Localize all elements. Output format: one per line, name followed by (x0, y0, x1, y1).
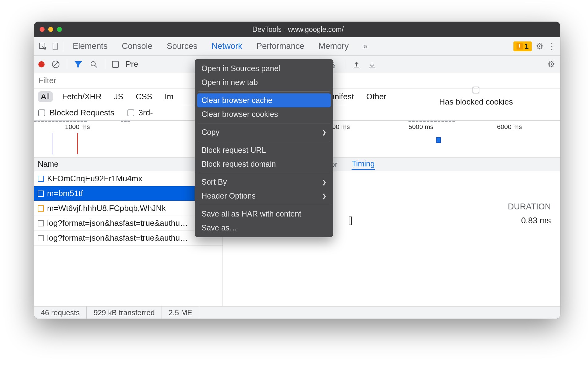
queueing-bar (349, 217, 352, 225)
request-row[interactable]: m=Wt6vjf,hhhU8,FCpbqb,WhJNk (34, 201, 223, 216)
has-blocked-cookies-label: Has blocked cookies (439, 97, 513, 107)
filter-icon[interactable] (74, 60, 83, 69)
menu-block-domain[interactable]: Block request domain (197, 157, 331, 171)
tab-console[interactable]: Console (116, 37, 158, 56)
warning-icon: ! (517, 43, 523, 49)
separator (64, 41, 64, 51)
menu-save-as[interactable]: Save as… (197, 221, 331, 235)
timeline-label: 6000 ms (497, 123, 522, 131)
tab-network[interactable]: Network (206, 37, 248, 56)
submenu-arrow-icon: ❯ (322, 129, 326, 136)
file-icon (38, 191, 44, 197)
timeline-label: 5000 ms (409, 123, 434, 131)
tab-timing[interactable]: Timing (352, 159, 374, 170)
tab-performance[interactable]: Performance (251, 37, 310, 56)
main-tab-bar: Elements Console Sources Network Perform… (34, 37, 560, 56)
menu-copy[interactable]: Copy❯ (197, 125, 331, 139)
request-row[interactable]: log?format=json&hasfast=true&authu… (34, 216, 223, 231)
timeline-label: 1000 ms (65, 123, 90, 131)
titlebar: DevTools - www.google.com/ (34, 22, 560, 37)
export-har-icon[interactable] (368, 60, 376, 69)
clear-icon[interactable] (51, 60, 60, 69)
preserve-log-checkbox[interactable] (112, 61, 119, 68)
tab-memory[interactable]: Memory (313, 37, 354, 56)
chip-js[interactable]: JS (111, 91, 126, 102)
file-icon (38, 205, 44, 212)
chip-fetch[interactable]: Fetch/XHR (59, 91, 105, 102)
queueing-value: 0.83 ms (521, 216, 551, 225)
third-party-checkbox[interactable] (128, 110, 134, 116)
status-size: 2.5 ME (162, 307, 199, 319)
preserve-log-label: Pre (126, 59, 138, 69)
timeline-marker (436, 137, 441, 143)
request-row[interactable]: log?format=json&hasfast=true&authu… (34, 231, 223, 246)
context-menu: Open in Sources panel Open in new tab Cl… (195, 59, 333, 237)
duration-header: DURATION (508, 202, 551, 212)
menu-clear-cache[interactable]: Clear browser cache (197, 93, 331, 107)
import-har-icon[interactable] (352, 60, 361, 69)
status-requests: 46 requests (34, 307, 87, 319)
svg-rect-1 (53, 43, 57, 50)
third-party-label: 3rd- (139, 108, 153, 118)
device-toggle-icon[interactable] (51, 41, 61, 51)
blocked-requests-checkbox[interactable] (38, 110, 45, 116)
menu-header-options[interactable]: Header Options❯ (197, 189, 331, 203)
more-tabs-button[interactable]: » (357, 37, 373, 56)
menu-block-url[interactable]: Block request URL (197, 143, 331, 157)
search-icon[interactable] (89, 60, 98, 69)
svg-line-5 (95, 65, 97, 67)
network-settings-icon[interactable]: ⚙ (547, 59, 556, 69)
chip-all[interactable]: All (38, 91, 53, 102)
status-bar: 46 requests 929 kB transferred 2.5 ME (34, 306, 560, 319)
file-icon (38, 176, 44, 182)
has-blocked-cookies-checkbox[interactable] (473, 87, 479, 93)
submenu-arrow-icon: ❯ (322, 179, 326, 186)
tab-elements[interactable]: Elements (67, 37, 113, 56)
more-menu-icon[interactable]: ⋮ (547, 41, 556, 51)
svg-point-4 (91, 62, 95, 66)
chip-other[interactable]: Other (363, 91, 390, 102)
status-transferred: 929 kB transferred (87, 307, 162, 319)
request-row[interactable]: m=bm51tf (34, 186, 223, 201)
blocked-requests-label: Blocked Requests (50, 108, 115, 118)
menu-clear-cookies[interactable]: Clear browser cookies (197, 107, 331, 121)
window-title: DevTools - www.google.com/ (41, 25, 555, 34)
record-button[interactable] (38, 61, 45, 67)
issues-badge[interactable]: !1 (513, 41, 532, 51)
menu-save-har[interactable]: Save all as HAR with content (197, 207, 331, 221)
request-row[interactable]: KFOmCnqEu92Fr1Mu4mx (34, 171, 223, 186)
devtools-window: DevTools - www.google.com/ Elements Cons… (34, 22, 560, 319)
submenu-arrow-icon: ❯ (322, 193, 326, 200)
tab-sources[interactable]: Sources (161, 37, 203, 56)
inspect-icon[interactable] (38, 41, 48, 51)
svg-line-3 (53, 62, 58, 67)
file-icon (38, 220, 44, 226)
menu-open-sources[interactable]: Open in Sources panel (197, 62, 331, 75)
menu-open-new-tab[interactable]: Open in new tab (197, 75, 331, 89)
name-column-header[interactable]: Name (34, 158, 223, 171)
menu-sort-by[interactable]: Sort By❯ (197, 175, 331, 189)
file-icon (38, 235, 44, 241)
chip-img[interactable]: Im (162, 91, 177, 102)
settings-icon[interactable]: ⚙ (535, 41, 544, 51)
chip-css[interactable]: CSS (132, 91, 155, 102)
